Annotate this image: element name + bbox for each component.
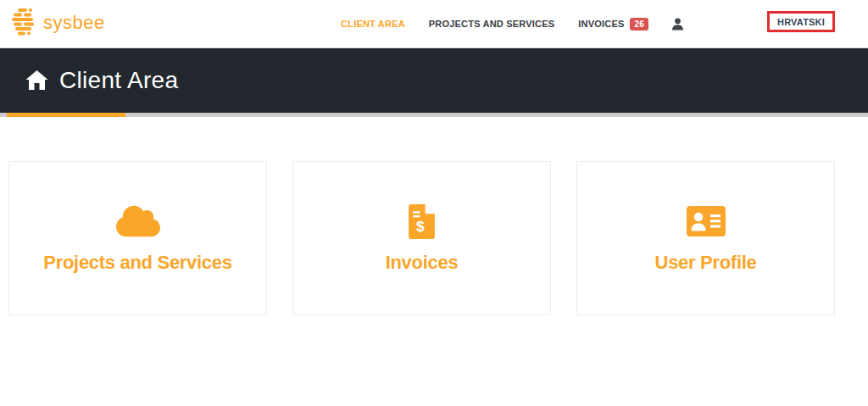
svg-text:$: $	[416, 218, 425, 235]
invoices-count-badge: 26	[630, 18, 648, 31]
top-header: sysbee CLIENT AREA PROJECTS AND SERVICES…	[0, 0, 868, 47]
nav-invoices-label: INVOICES	[578, 19, 624, 29]
main-nav: CLIENT AREA PROJECTS AND SERVICES INVOIC…	[341, 0, 683, 47]
sysbee-hive-icon	[11, 8, 36, 37]
card-label: Invoices	[386, 252, 459, 274]
annotation-highlight-box: HRVATSKI	[767, 11, 835, 32]
nav-invoices[interactable]: INVOICES 26	[578, 18, 648, 31]
nav-client-area[interactable]: CLIENT AREA	[341, 19, 405, 29]
language-button[interactable]: HRVATSKI	[770, 14, 832, 30]
card-invoices[interactable]: $ Invoices	[292, 161, 551, 315]
dashboard-cards: Projects and Services $ Invoices	[8, 161, 835, 315]
invoice-dollar-icon: $	[409, 199, 435, 243]
active-tab-indicator	[7, 113, 125, 117]
progress-track	[0, 113, 868, 117]
account-button[interactable]	[672, 18, 683, 31]
card-projects-and-services[interactable]: Projects and Services	[8, 161, 267, 315]
page-title: Client Area	[59, 67, 178, 94]
address-card-icon	[687, 199, 726, 243]
sysbee-logo[interactable]: sysbee	[11, 8, 105, 37]
cloud-icon	[116, 199, 160, 243]
nav-projects-and-services[interactable]: PROJECTS AND SERVICES	[429, 19, 554, 29]
card-user-profile[interactable]: User Profile	[576, 161, 835, 315]
card-label: User Profile	[655, 252, 757, 274]
home-icon	[25, 70, 48, 91]
logo-text: sysbee	[43, 12, 105, 34]
page-title-bar: Client Area	[0, 47, 868, 113]
card-label: Projects and Services	[43, 252, 231, 274]
user-icon	[672, 18, 683, 31]
